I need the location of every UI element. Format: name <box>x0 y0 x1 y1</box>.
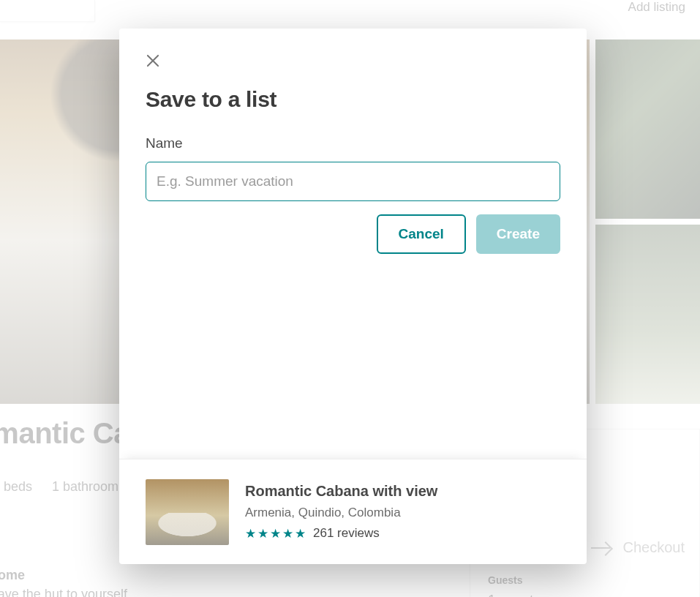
cancel-button[interactable]: Cancel <box>377 214 466 254</box>
modal-title: Save to a list <box>146 87 560 112</box>
close-icon[interactable] <box>146 53 160 68</box>
modal-footer: Romantic Cabana with view Armenia, Quind… <box>119 459 587 564</box>
create-button[interactable]: Create <box>476 214 560 254</box>
star-icon: ★★★★★ <box>245 526 307 541</box>
listing-thumbnail <box>146 479 229 545</box>
reviews-count: 261 reviews <box>313 526 380 541</box>
list-name-input[interactable] <box>146 162 560 201</box>
footer-listing-location: Armenia, Quindio, Colombia <box>245 506 437 520</box>
save-to-list-modal: Save to a list Name Cancel Create Romant… <box>119 29 587 564</box>
footer-listing-title: Romantic Cabana with view <box>245 483 437 500</box>
footer-reviews: ★★★★★ 261 reviews <box>245 526 437 541</box>
name-field-label: Name <box>146 135 560 151</box>
